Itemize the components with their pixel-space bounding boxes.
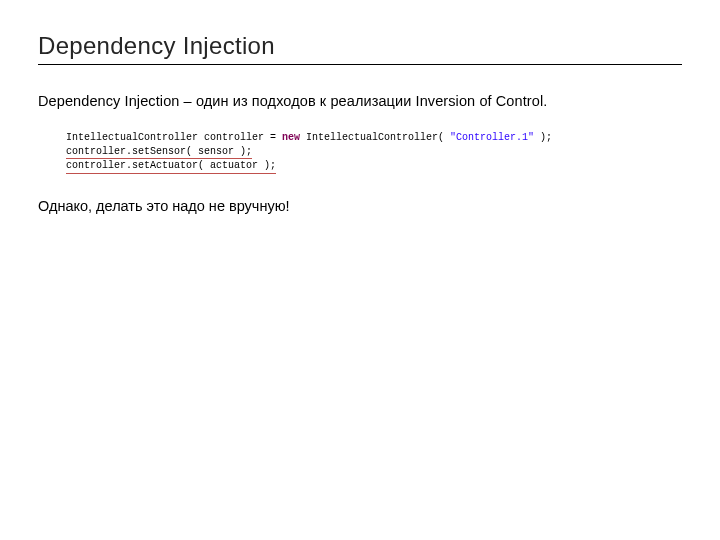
code-line-1: IntellectualController controller = new … [66,131,552,145]
intro-paragraph: Dependency Injection – один из подходов … [38,93,682,109]
code-token: IntellectualController controller = [66,132,282,143]
code-line-2: controller.setSensor( sensor ); [66,145,252,160]
slide-title: Dependency Injection [38,32,682,65]
code-string: "Controller.1" [450,132,534,143]
code-line-3: controller.setActuator( actuator ); [66,159,276,174]
code-block: IntellectualController controller = new … [66,131,682,174]
code-token: ); [534,132,552,143]
code-token: IntellectualController( [300,132,450,143]
note-paragraph: Однако, делать это надо не вручную! [38,198,682,214]
code-keyword-new: new [282,132,300,143]
